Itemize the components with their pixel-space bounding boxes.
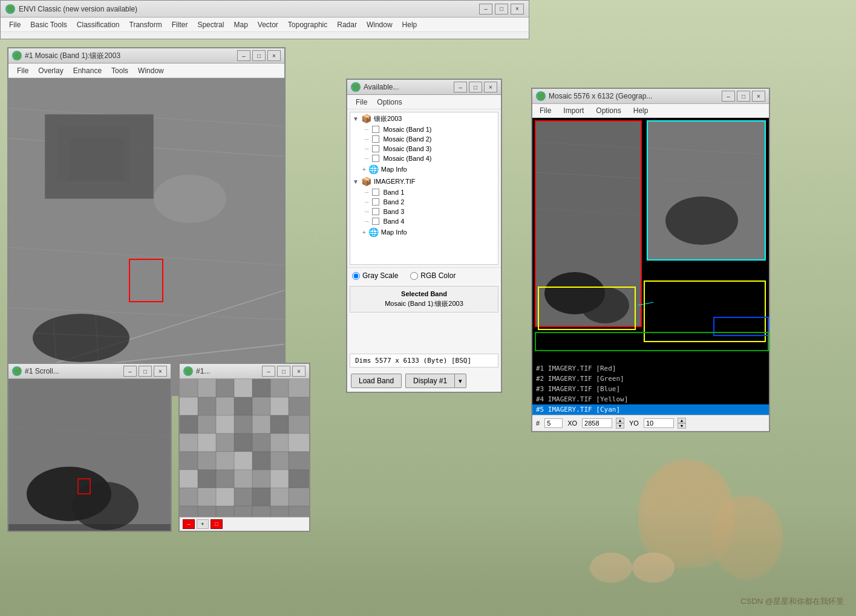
mosaic-close-btn[interactable]: × — [752, 91, 765, 102]
mosaic-band-3[interactable]: #3 IMAGERY.TIF [Blue] — [532, 384, 769, 394]
mosaic-yo-up[interactable]: ▲ — [678, 418, 686, 423]
img1-close-btn[interactable]: × — [267, 50, 281, 61]
mosaic-band-2[interactable]: #2 IMAGERY.TIF [Green] — [532, 374, 769, 384]
band-tree[interactable]: ▼ 📦 镶嵌2003 ─ Mosaic (Band 1) ─ Mosaic (B… — [350, 112, 498, 265]
envi-minimize-btn[interactable]: – — [479, 4, 492, 15]
scroll-image-area[interactable] — [8, 379, 171, 531]
main-menu-transform[interactable]: Transform — [125, 19, 167, 30]
img1-menu-overlay[interactable]: Overlay — [33, 65, 68, 76]
zoom-minimize-btn[interactable]: – — [262, 366, 275, 377]
envi-maximize-btn[interactable]: □ — [495, 4, 508, 15]
mosaic-xo-spinner[interactable]: ▲ ▼ — [616, 418, 624, 429]
mosaic-xo-up[interactable]: ▲ — [616, 418, 624, 423]
svg-rect-100 — [252, 488, 270, 506]
rgb-radio[interactable] — [410, 272, 418, 280]
zoom-red-btn[interactable]: – — [183, 519, 195, 529]
tree-mosaic-band4[interactable]: ─ Mosaic (Band 4) — [350, 154, 498, 163]
mosaic-menu-import[interactable]: Import — [558, 105, 589, 116]
tree-map-info-2[interactable]: + 🌐 Map Info — [350, 226, 498, 238]
mosaic-menu-file[interactable]: File — [535, 105, 556, 116]
main-menu-classification[interactable]: Classification — [72, 19, 125, 30]
tree-imagery-band1[interactable]: ─ Band 1 — [350, 187, 498, 197]
display-mode-group: Gray Scale RGB Color — [347, 267, 501, 284]
image-window-1-icon: 🌿 — [12, 51, 22, 60]
main-menu-file[interactable]: File — [4, 19, 25, 30]
svg-rect-77 — [216, 433, 234, 452]
main-menu-filter[interactable]: Filter — [167, 19, 193, 30]
main-menu-vector[interactable]: Vector — [253, 19, 283, 30]
main-menu-map[interactable]: Map — [229, 19, 252, 30]
avail-maximize-btn[interactable]: □ — [469, 82, 482, 92]
envi-close-btn[interactable]: × — [511, 4, 524, 15]
mosaic-yo-input[interactable] — [644, 418, 674, 428]
mosaic-band-5[interactable]: #5 IMAGERY.TIF [Cyan] — [532, 404, 769, 415]
rgb-radio-label[interactable]: RGB Color — [410, 271, 456, 280]
mosaic-xo-input[interactable] — [582, 418, 612, 428]
mosaic-menu-help[interactable]: Help — [629, 105, 653, 116]
scroll-minimize-btn[interactable]: – — [123, 366, 137, 377]
scroll-maximize-btn[interactable]: □ — [139, 366, 152, 377]
main-menu-basic-tools[interactable]: Basic Tools — [25, 19, 71, 30]
svg-rect-101 — [270, 488, 289, 506]
svg-rect-61 — [180, 397, 198, 415]
tree-mosaic-band2[interactable]: ─ Mosaic (Band 2) — [350, 134, 498, 144]
zoom-image-area[interactable] — [180, 379, 309, 517]
grayscale-radio[interactable] — [352, 272, 360, 280]
avail-menu-file[interactable]: File — [351, 97, 372, 108]
main-menu-topographic[interactable]: Topographic — [283, 19, 332, 30]
svg-rect-86 — [252, 452, 270, 470]
tree-map-info-1[interactable]: + 🌐 Map Info — [350, 163, 498, 175]
tree-imagery-band3[interactable]: ─ Band 3 — [350, 207, 498, 216]
zoom-icon: 🌿 — [183, 366, 193, 376]
img1-minimize-btn[interactable]: – — [237, 50, 250, 61]
tree-imagery-band4[interactable]: ─ Band 4 — [350, 216, 498, 226]
mosaic-coords-bar: # XO ▲ ▼ YO ▲ ▼ — [532, 415, 769, 431]
img1-maximize-btn[interactable]: □ — [252, 50, 266, 61]
mosaic-maximize-btn[interactable]: □ — [737, 91, 750, 102]
tree-root-1[interactable]: ▼ 📦 镶嵌2003 — [350, 112, 498, 125]
load-band-button[interactable]: Load Band — [351, 374, 402, 388]
mosaic-yo-spinner[interactable]: ▲ ▼ — [678, 418, 686, 429]
avail-menu-options[interactable]: Options — [372, 97, 407, 108]
image-window-1-titlebar: 🌿 #1 Mosaic (Band 1):镶嵌2003 – □ × — [8, 48, 284, 63]
zoom-center-btn[interactable]: + — [197, 519, 209, 529]
tree-imagery-band1-label: Band 1 — [383, 189, 404, 196]
zoom-red2-btn[interactable]: □ — [211, 519, 223, 529]
img1-menu-window[interactable]: Window — [133, 65, 169, 76]
tree-mosaic-band3[interactable]: ─ Mosaic (Band 3) — [350, 144, 498, 154]
mosaic-band-1[interactable]: #1 IMAGERY.TIF [Red] — [532, 363, 769, 374]
svg-rect-71 — [234, 415, 252, 433]
selected-band-value: Mosaic (Band 1):镶嵌2003 — [354, 299, 494, 308]
tree-mosaic-band1[interactable]: ─ Mosaic (Band 1) — [350, 125, 498, 134]
main-menu-radar[interactable]: Radar — [332, 19, 362, 30]
mosaic-minimize-btn[interactable]: – — [722, 91, 735, 102]
img1-menu-enhance[interactable]: Enhance — [68, 65, 106, 76]
mosaic-band-4[interactable]: #4 IMAGERY.TIF [Yellow] — [532, 394, 769, 404]
mosaic-yo-down[interactable]: ▼ — [678, 423, 686, 429]
mosaic-image-area[interactable] — [532, 118, 769, 363]
tree-mosaic-band4-label: Mosaic (Band 4) — [383, 155, 431, 162]
mosaic-menu-options[interactable]: Options — [591, 105, 626, 116]
main-menu-spectral[interactable]: Spectral — [192, 19, 229, 30]
tree-root-1-label: 镶嵌2003 — [374, 114, 402, 123]
display-button[interactable]: Display #1 — [405, 374, 454, 388]
avail-close-btn[interactable]: × — [484, 82, 497, 92]
scroll-title: #1 Scroll... — [25, 367, 59, 375]
zoom-maximize-btn[interactable]: □ — [277, 366, 290, 377]
main-menu-help[interactable]: Help — [397, 19, 422, 30]
zoom-close-btn[interactable]: × — [292, 366, 305, 377]
scroll-close-btn[interactable]: × — [154, 366, 167, 377]
img1-menu-file[interactable]: File — [12, 65, 33, 76]
grayscale-radio-label[interactable]: Gray Scale — [352, 271, 398, 280]
img1-menu-tools[interactable]: Tools — [106, 65, 133, 76]
tree-imagery-band2[interactable]: ─ Band 2 — [350, 197, 498, 207]
image-window-1-content[interactable] — [8, 78, 284, 396]
avail-minimize-btn[interactable]: – — [454, 82, 467, 92]
available-button-row: Load Band Display #1 ▾ — [347, 370, 501, 392]
main-menu-window[interactable]: Window — [362, 19, 397, 30]
display-dropdown-btn[interactable]: ▾ — [454, 374, 466, 388]
svg-rect-60 — [289, 379, 309, 397]
mosaic-band-num-input[interactable] — [544, 418, 563, 428]
mosaic-xo-down[interactable]: ▼ — [616, 423, 624, 429]
tree-root-2[interactable]: ▼ 📦 IMAGERY.TIF — [350, 175, 498, 187]
